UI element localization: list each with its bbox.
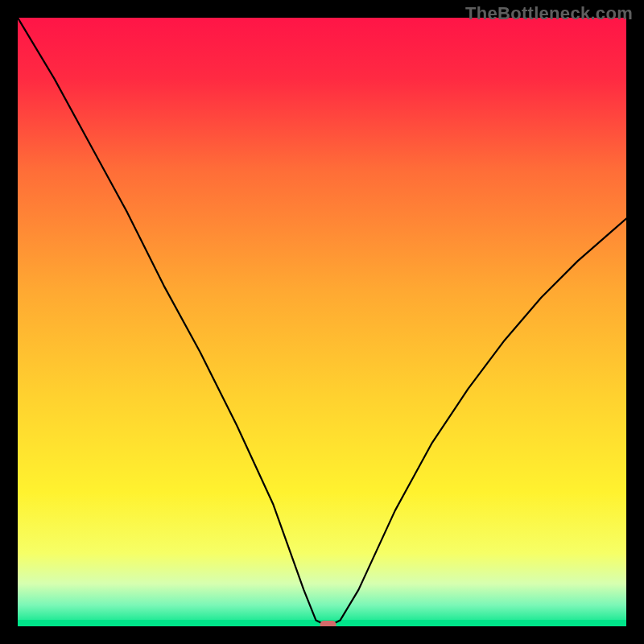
watermark-text: TheBottleneck.com (465, 3, 633, 24)
plot-area (18, 18, 626, 626)
chart-svg (18, 18, 626, 626)
gradient-background (18, 18, 626, 626)
min-marker (320, 621, 336, 626)
chart-frame: TheBottleneck.com (0, 0, 644, 644)
